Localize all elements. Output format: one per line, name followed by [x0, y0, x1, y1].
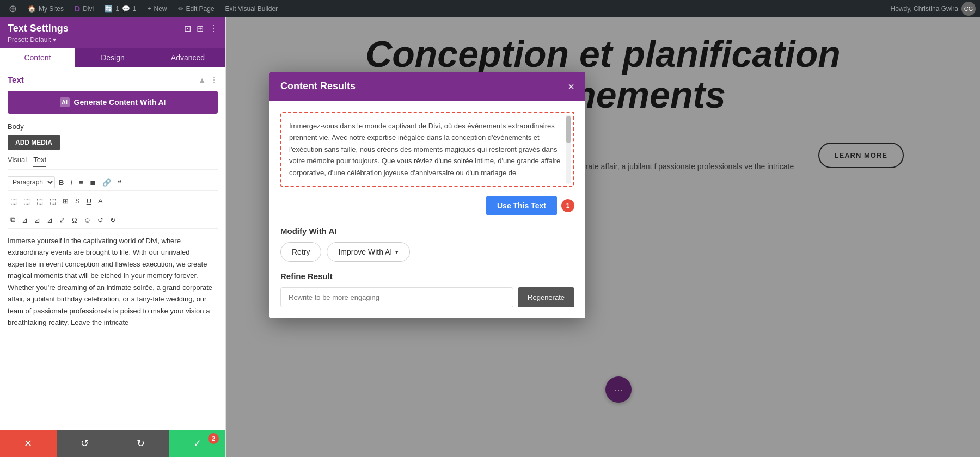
indent-button[interactable]: ⊿ [19, 214, 30, 226]
format-select[interactable]: Paragraph [8, 176, 55, 188]
undo-button[interactable]: ↺ [57, 430, 113, 457]
panel-header-icons: ⊡ ⊞ ⋮ [184, 23, 218, 34]
canvas-area: Conception et planification d'événements… [226, 17, 980, 457]
modify-section: Modify With AI Retry Improve With AI ▾ [280, 226, 574, 262]
panel-header: Text Settings ⊡ ⊞ ⋮ Preset: Default ▾ [0, 17, 225, 48]
special-chars-button[interactable]: Ω [69, 214, 80, 226]
blockquote-button[interactable]: ❝ [115, 176, 124, 188]
color-button[interactable]: A [95, 195, 106, 207]
refine-input[interactable] [280, 287, 513, 307]
save-button[interactable]: ✓ 2 [169, 430, 226, 457]
section-chevron-icon[interactable]: ▲ [198, 76, 206, 84]
panel-title: Text Settings [8, 23, 69, 34]
redo-button[interactable]: ↻ [113, 430, 169, 457]
text-section-header: Text ▲ ⋮ [8, 75, 218, 84]
modify-label: Modify With AI [280, 226, 574, 236]
fullscreen-button[interactable]: ⤢ [57, 214, 68, 226]
preset-row[interactable]: Preset: Default ▾ [8, 36, 218, 44]
outdent-button[interactable]: ⊿ [32, 214, 43, 226]
table-button[interactable]: ⊞ [60, 195, 71, 207]
modify-buttons: Retry Improve With AI ▾ [280, 242, 574, 262]
align-center-button[interactable]: ⬚ [21, 195, 33, 207]
generate-content-button[interactable]: AI Generate Content With AI [8, 91, 218, 114]
tab-advanced[interactable]: Advanced [150, 48, 225, 67]
panel-content: Text ▲ ⋮ AI Generate Content With AI Bod… [0, 67, 225, 430]
align-justify-button[interactable]: ⬚ [47, 195, 59, 207]
copy-button[interactable]: ⧉ [8, 214, 18, 226]
editor-toolbar: Paragraph B I ≡ ≣ 🔗 ❝ [8, 174, 218, 191]
unordered-list-button[interactable]: ≡ [76, 176, 86, 188]
refine-section: Refine Result Regenerate [280, 271, 574, 307]
divi-item[interactable]: D Divi [70, 0, 98, 17]
wp-admin-bar: ⊕ 🏠 My Sites D Divi 🔄 1 💬 1 + New ✏ Edit… [0, 0, 980, 17]
result-text-box: Immergez-vous dans le monde captivant de… [280, 112, 574, 187]
editor-tabs: Visual Text [8, 156, 218, 170]
refine-label: Refine Result [280, 271, 574, 281]
user-avatar: CG [961, 2, 976, 16]
modal-header: Content Results × [270, 72, 585, 101]
regenerate-button[interactable]: Regenerate [518, 287, 574, 307]
retry-button[interactable]: Retry [280, 242, 321, 262]
panel-tabs: Content Design Advanced [0, 48, 225, 67]
emoji-button[interactable]: ☺ [81, 214, 94, 226]
add-media-button[interactable]: ADD MEDIA [8, 135, 60, 150]
use-text-badge: 1 [561, 199, 574, 212]
more-options-button[interactable]: ⊿ [44, 214, 56, 226]
improve-with-ai-button[interactable]: Improve With AI ▾ [327, 242, 410, 262]
content-results-modal: Content Results × Immergez-vous dans le … [270, 72, 585, 318]
panel-icon-copy[interactable]: ⊡ [184, 23, 191, 34]
body-label: Body [8, 122, 218, 131]
edit-page-item[interactable]: ✏ Edit Page [174, 0, 219, 17]
my-sites-item[interactable]: 🏠 My Sites [23, 0, 68, 17]
ordered-list-button[interactable]: ≣ [87, 176, 99, 188]
improve-chevron-icon: ▾ [395, 249, 399, 256]
italic-button[interactable]: I [68, 176, 75, 188]
section-more-icon[interactable]: ⋮ [210, 76, 218, 84]
modal-body: Immergez-vous dans le monde captivant de… [270, 101, 585, 318]
save-badge: 2 [208, 433, 219, 444]
editor-tab-visual[interactable]: Visual [8, 156, 27, 167]
bold-button[interactable]: B [56, 176, 66, 188]
result-text: Immergez-vous dans le monde captivant de… [289, 122, 560, 177]
tab-content[interactable]: Content [0, 48, 75, 67]
use-text-row: Use This Text 1 [280, 196, 574, 215]
bottom-bar: ✕ ↺ ↻ ✓ 2 [0, 430, 225, 457]
cancel-button[interactable]: ✕ [0, 430, 57, 457]
refine-input-row: Regenerate [280, 287, 574, 307]
underline-button[interactable]: U [84, 195, 94, 207]
section-title: Text [8, 75, 24, 84]
align-left-button[interactable]: ⬚ [8, 195, 20, 207]
editor-toolbar-row2: ⬚ ⬚ ⬚ ⬚ ⊞ S U A [8, 195, 218, 209]
panel-icon-layout[interactable]: ⊞ [197, 23, 204, 34]
undo-editor-button[interactable]: ↺ [95, 214, 106, 226]
panel-icon-more[interactable]: ⋮ [209, 23, 218, 34]
tab-design[interactable]: Design [75, 48, 150, 67]
editor-body-text: Immerse yourself in the captivating worl… [8, 235, 218, 333]
modal-title: Content Results [280, 81, 356, 92]
comments-item[interactable]: 🔄 1 💬 1 [100, 0, 140, 17]
exit-builder-item[interactable]: Exit Visual Builder [221, 0, 283, 17]
strikethrough-button[interactable]: S [72, 195, 83, 207]
align-right-button[interactable]: ⬚ [34, 195, 46, 207]
redo-editor-button[interactable]: ↻ [107, 214, 119, 226]
link-button[interactable]: 🔗 [100, 176, 114, 188]
editor-toolbar-row3: ⧉ ⊿ ⊿ ⊿ ⤢ Ω ☺ ↺ ↻ [8, 214, 218, 228]
new-item[interactable]: + New [143, 0, 171, 17]
wp-logo-item[interactable]: ⊕ [4, 0, 21, 17]
ai-icon: AI [60, 97, 70, 107]
use-this-text-button[interactable]: Use This Text [486, 196, 557, 215]
howdy-area: Howdy, Christina Gwira CG [891, 2, 976, 16]
modal-close-button[interactable]: × [568, 81, 574, 92]
modal-overlay: Content Results × Immergez-vous dans le … [226, 17, 980, 457]
editor-tab-text[interactable]: Text [33, 156, 46, 167]
left-panel: Text Settings ⊡ ⊞ ⋮ Preset: Default ▾ Co… [0, 17, 226, 457]
